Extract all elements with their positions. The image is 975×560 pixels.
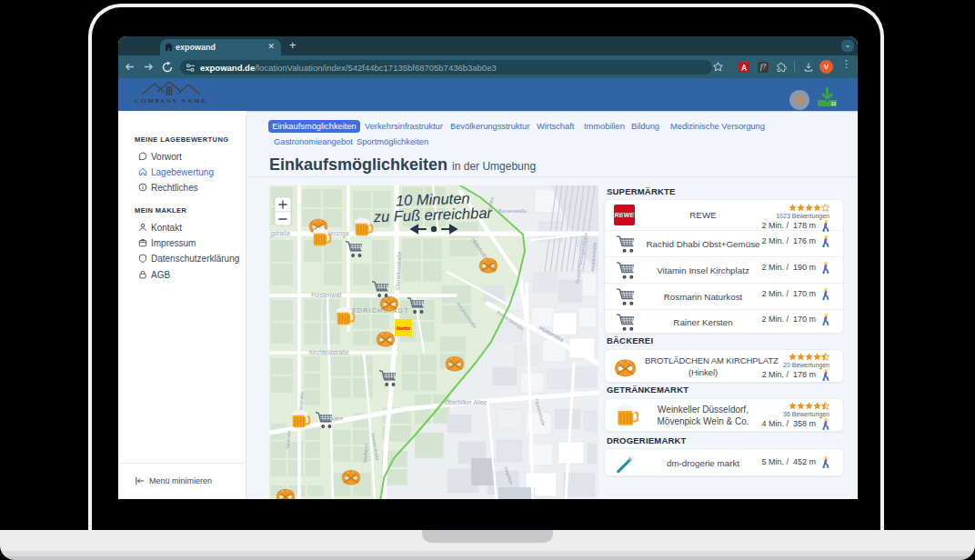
svg-text:Fürstenwall: Fürstenwall bbox=[311, 292, 342, 298]
svg-text:IEDRICHSTADT: IEDRICHSTADT bbox=[349, 307, 409, 314]
svg-text:Bunsenstraße: Bunsenstraße bbox=[498, 208, 527, 214]
svg-text:Kirchfeldstraße: Kirchfeldstraße bbox=[309, 349, 349, 355]
svg-text:Oberbilker Allee: Oberbilker Allee bbox=[445, 399, 487, 405]
svg-text:Netto: Netto bbox=[397, 325, 411, 331]
svg-text:gstraße: gstraße bbox=[270, 230, 290, 237]
